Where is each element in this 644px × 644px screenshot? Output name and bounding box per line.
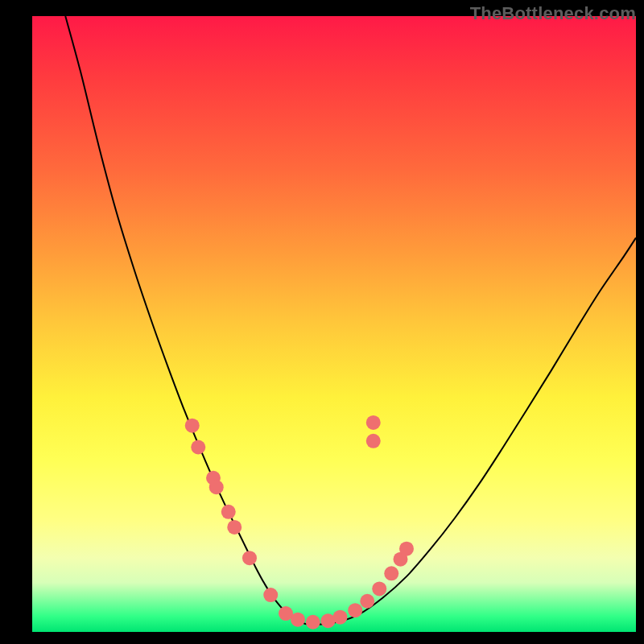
curve-marker xyxy=(227,520,242,535)
curve-marker xyxy=(209,480,224,494)
curve-marker xyxy=(399,542,414,556)
curve-marker xyxy=(333,610,348,625)
curve-marker xyxy=(191,440,205,455)
watermark-text: TheBottleneck.com xyxy=(470,3,636,24)
curve-marker xyxy=(242,551,257,565)
curve-marker xyxy=(366,415,381,430)
curve-marker xyxy=(366,434,381,448)
curve-marker xyxy=(263,588,278,602)
curve-markers xyxy=(185,415,414,630)
chart-frame: TheBottleneck.com xyxy=(0,0,644,644)
curve-marker xyxy=(221,505,236,519)
curve-marker xyxy=(348,603,362,617)
curve-line xyxy=(65,16,636,625)
chart-svg xyxy=(32,16,636,632)
plot-area xyxy=(32,16,636,632)
curve-marker xyxy=(384,566,398,580)
curve-marker xyxy=(306,615,320,630)
curve-marker xyxy=(185,419,200,433)
curve-marker xyxy=(291,613,305,627)
curve-marker xyxy=(360,594,374,609)
curve-marker xyxy=(372,581,386,596)
